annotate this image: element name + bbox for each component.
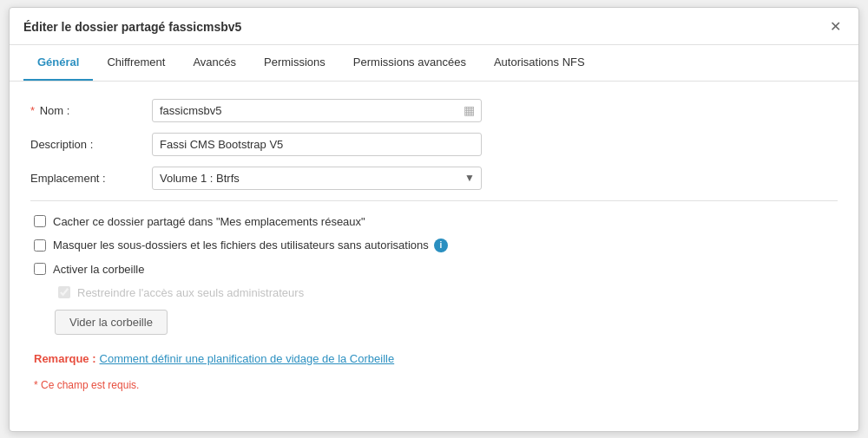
description-input[interactable] [152,133,482,156]
dialog: Éditer le dossier partagé fassicmsbv5 ✕ … [9,7,859,432]
checkbox1-label[interactable]: Cacher ce dossier partagé dans "Mes empl… [53,215,365,228]
checkbox2-row: Masquer les sous-dossiers et les fichier… [30,239,838,252]
nom-label: * Nom : [30,104,152,117]
checkbox3-label[interactable]: Activer la corbeille [53,263,145,276]
nom-label-text: Nom [40,104,63,117]
tab-avances[interactable]: Avancés [179,45,250,81]
checkbox3-row: Activer la corbeille [30,263,838,276]
tab-autorisations-nfs[interactable]: Autorisations NFS [480,45,599,81]
checkbox4-label: Restreindre l'accès aux seuls administra… [77,286,304,299]
tab-permissions-avancees[interactable]: Permissions avancées [339,45,480,81]
checkbox1-row: Cacher ce dossier partagé dans "Mes empl… [30,215,838,228]
remark-link[interactable]: Comment définir une planification de vid… [100,352,395,365]
emplacement-select[interactable]: Volume 1 : Btrfs [152,167,482,190]
description-label-text: Description [30,138,87,151]
close-button[interactable]: ✕ [826,18,845,36]
emplacement-select-wrapper: Volume 1 : Btrfs ▼ [152,167,482,190]
tab-permissions[interactable]: Permissions [250,45,339,81]
form-content: * Nom : ▦ Description : Emplacement : [10,82,858,409]
checkbox-activate-trash[interactable] [34,263,46,275]
emplacement-label-text: Emplacement [30,172,99,185]
required-note: * Ce champ est requis. [30,379,838,391]
divider [30,200,838,201]
tab-chiffrement[interactable]: Chiffrement [93,45,179,81]
remark-row: Remarque : Comment définir une planifica… [30,352,838,365]
emplacement-colon: : [102,172,106,185]
emplacement-label: Emplacement : [30,172,152,185]
tabs-bar: Général Chiffrement Avancés Permissions … [10,45,858,82]
indented-section: Restreindre l'accès aux seuls administra… [30,286,838,299]
checkbox4-row: Restreindre l'accès aux seuls administra… [55,286,838,299]
emplacement-row: Emplacement : Volume 1 : Btrfs ▼ [30,167,838,190]
tab-general[interactable]: Général [23,45,93,81]
description-label: Description : [30,138,152,151]
dialog-titlebar: Éditer le dossier partagé fassicmsbv5 ✕ [10,8,858,45]
nom-input-wrapper: ▦ [152,99,482,122]
nom-required-star: * [30,104,35,117]
dialog-title: Éditer le dossier partagé fassicmsbv5 [23,20,241,34]
checkbox2-label[interactable]: Masquer les sous-dossiers et les fichier… [53,239,429,252]
nom-colon: : [67,104,70,117]
description-row: Description : [30,133,838,156]
info-icon[interactable]: i [434,239,448,252]
nom-row: * Nom : ▦ [30,99,838,122]
vider-corbeille-button[interactable]: Vider la corbeille [55,310,168,335]
checkbox-hide-shared[interactable] [34,215,46,227]
description-colon: : [90,138,94,151]
checkbox-admin-only [58,286,70,298]
nom-input[interactable] [152,99,482,122]
remark-label: Remarque : [34,352,96,365]
grid-icon: ▦ [464,103,475,117]
checkbox-hide-subfolders[interactable] [34,239,46,252]
